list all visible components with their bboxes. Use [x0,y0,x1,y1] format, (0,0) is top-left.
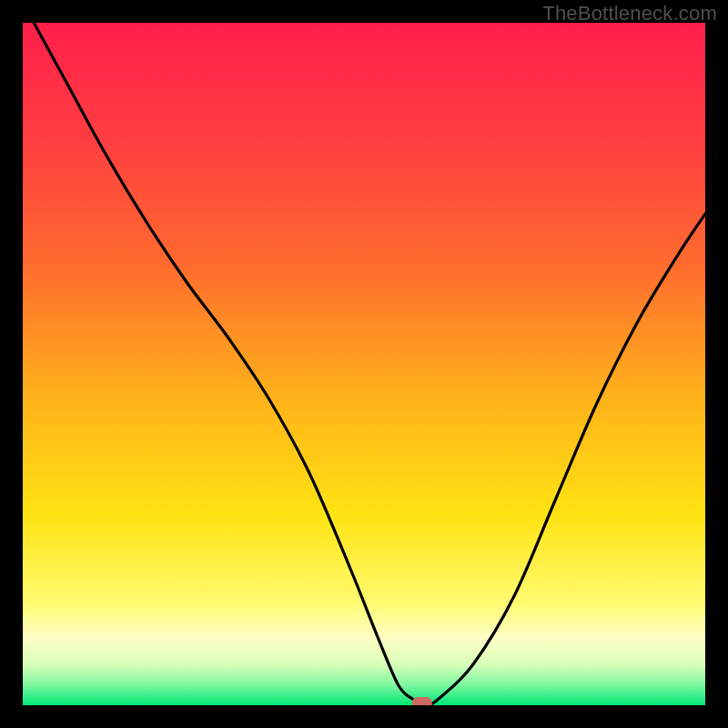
optimum-marker [412,697,432,705]
chart-frame: TheBottleneck.com [0,0,728,728]
watermark-text: TheBottleneck.com [542,2,717,25]
chart-plot-area [23,23,705,705]
chart-svg [23,23,705,705]
